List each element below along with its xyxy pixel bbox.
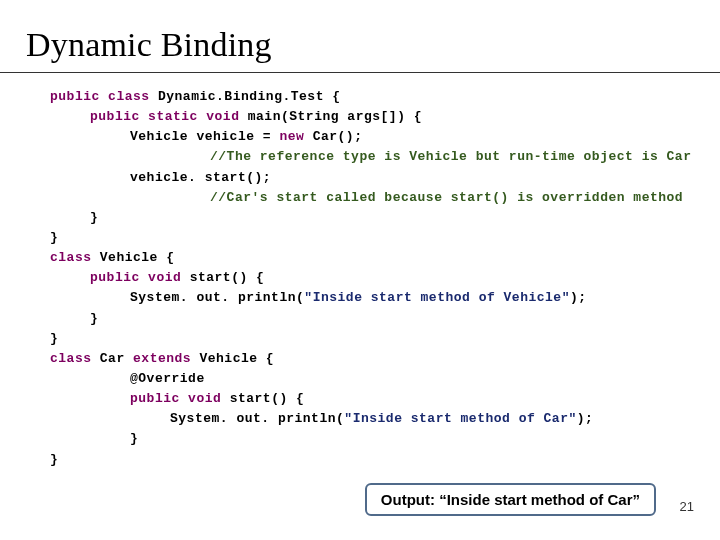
code-kw: public [50, 89, 100, 104]
slide-title: Dynamic Binding [0, 0, 720, 73]
code-string: "Inside start method of Vehicle" [304, 290, 570, 305]
code-text: main(String args[]) { [239, 109, 422, 124]
code-text: vehicle. start(); [130, 170, 271, 185]
code-text: start() { [221, 391, 304, 406]
code-text: Car(); [304, 129, 362, 144]
code-text: ); [570, 290, 587, 305]
code-comment: //Car's start called because start() is … [210, 190, 683, 205]
code-string: "Inside start method of Car" [344, 411, 576, 426]
code-text: Car [92, 351, 134, 366]
code-kw: class [100, 89, 150, 104]
code-text: } [130, 431, 138, 446]
code-text: } [50, 452, 58, 467]
code-text: System. out. println( [130, 290, 304, 305]
code-kw: class [50, 351, 92, 366]
code-comment: //The reference type is Vehicle but run-… [210, 149, 691, 164]
code-text: Dynamic.Binding.Test { [150, 89, 341, 104]
code-text: System. out. println( [170, 411, 344, 426]
code-text: } [50, 230, 58, 245]
code-block: public class Dynamic.Binding.Test { publ… [0, 87, 720, 470]
code-text: ); [577, 411, 594, 426]
code-kw: new [279, 129, 304, 144]
code-kw: class [50, 250, 92, 265]
code-text: Vehicle { [92, 250, 175, 265]
code-text: } [50, 331, 58, 346]
code-annotation: @Override [130, 371, 205, 386]
code-kw: extends [133, 351, 191, 366]
slide-number: 21 [680, 499, 694, 514]
code-text: Vehicle { [191, 351, 274, 366]
code-kw: public void [90, 270, 181, 285]
code-text: } [90, 311, 98, 326]
code-text: } [90, 210, 98, 225]
code-text: start() { [181, 270, 264, 285]
output-callout: Output: “Inside start method of Car” [365, 483, 656, 516]
code-kw: public void [130, 391, 221, 406]
code-text: Vehicle vehicle = [130, 129, 279, 144]
code-kw: static void [140, 109, 240, 124]
code-kw: public [90, 109, 140, 124]
